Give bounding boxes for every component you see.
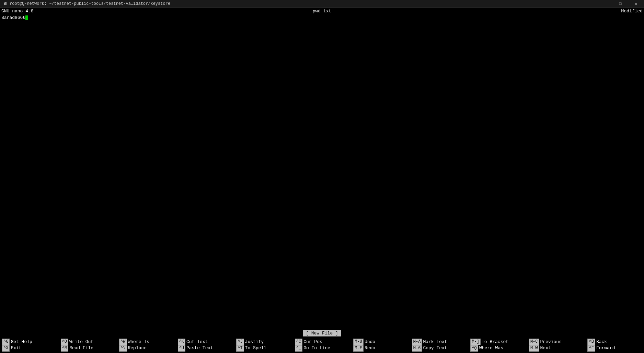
title-bar: 🖥 root@Q-network: ~/testnet-public-tools… <box>0 0 644 8</box>
shortcut-label-6-1: Undo <box>365 339 375 345</box>
shortcut-key-0-2[interactable]: ^X <box>2 345 10 352</box>
shortcut-item-3-1: ^KCut Text <box>178 339 208 345</box>
shortcut-item-10-2: ^FForward <box>587 345 615 352</box>
shortcut-label-5-2: Go To Line <box>303 345 330 351</box>
close-button[interactable]: ✕ <box>628 0 644 8</box>
nano-header: GNU nano 4.8 pwd.txt Modified <box>0 8 644 14</box>
shortcut-label-4-2: To Spell <box>245 345 266 351</box>
shortcut-group-6: M-UUndoM-ERedo <box>351 338 410 352</box>
shortcut-item-4-1: ^JJustify <box>236 339 264 345</box>
shortcuts-bar: ^GGet Help^XExit^OWrite Out^RRead File^W… <box>0 337 644 353</box>
shortcut-label-9-2: Next <box>540 345 551 351</box>
editor-area[interactable]: Barad8666 <box>0 14 644 329</box>
shortcut-group-10: ^BBack^FForward <box>585 338 644 352</box>
shortcut-label-5-1: Cur Pos <box>303 339 322 345</box>
shortcut-item-3-2: ^UPaste Text <box>178 345 213 352</box>
minimize-button[interactable]: — <box>597 0 612 8</box>
shortcut-group-5: ^CCur Pos^_Go To Line <box>293 338 352 352</box>
nano-modified-status: Modified <box>621 9 643 14</box>
shortcut-item-7-1: M-AMark Text <box>412 339 447 345</box>
shortcut-key-8-2[interactable]: ^Q <box>470 345 478 352</box>
shortcut-group-9: M-CPreviousM-WNext <box>527 338 586 352</box>
shortcut-group-0: ^GGet Help^XExit <box>0 338 59 352</box>
shortcut-item-7-2: M-6Copy Text <box>412 345 447 352</box>
shortcut-item-8-1: M-]To Bracket <box>470 339 508 345</box>
shortcut-key-2-2[interactable]: ^\ <box>119 345 127 352</box>
shortcut-item-0-2: ^XExit <box>2 345 22 352</box>
text-cursor <box>25 15 28 20</box>
shortcut-item-0-1: ^GGet Help <box>2 339 32 345</box>
shortcut-key-6-2[interactable]: M-E <box>353 345 364 352</box>
shortcut-label-4-1: Justify <box>245 339 264 345</box>
shortcut-item-6-2: M-ERedo <box>353 345 375 352</box>
shortcut-item-2-1: ^WWhere Is <box>119 339 149 345</box>
shortcut-item-9-1: M-CPrevious <box>529 339 562 345</box>
shortcut-label-8-2: Where Was <box>479 345 503 351</box>
shortcut-group-2: ^WWhere Is^\Replace <box>117 338 176 352</box>
window-title: root@Q-network: ~/testnet-public-tools/t… <box>10 1 170 6</box>
shortcut-key-4-2[interactable]: ^T <box>236 345 244 352</box>
shortcut-item-6-1: M-UUndo <box>353 339 375 345</box>
shortcut-label-7-2: Copy Text <box>423 345 447 351</box>
shortcut-label-0-1: Get Help <box>11 339 32 345</box>
shortcut-label-10-2: Forward <box>596 345 615 351</box>
window-controls: — □ ✕ <box>597 0 644 7</box>
shortcut-key-10-2[interactable]: ^F <box>587 345 595 352</box>
shortcut-key-3-2[interactable]: ^U <box>178 345 185 352</box>
shortcut-key-0-1[interactable]: ^G <box>2 339 10 345</box>
nano-filename: pwd.txt <box>313 9 332 14</box>
shortcut-key-8-1[interactable]: M-] <box>470 339 481 345</box>
shortcut-item-1-2: ^RRead File <box>61 345 94 352</box>
shortcut-item-5-2: ^_Go To Line <box>295 345 330 352</box>
maximize-button[interactable]: □ <box>612 0 628 8</box>
shortcut-item-2-2: ^\Replace <box>119 345 147 352</box>
shortcut-label-1-2: Read File <box>69 345 93 351</box>
shortcut-label-2-1: Where Is <box>128 339 149 345</box>
shortcut-label-9-1: Previous <box>540 339 562 345</box>
shortcut-key-1-1[interactable]: ^O <box>61 339 68 345</box>
shortcut-label-6-2: Redo <box>365 345 375 351</box>
shortcut-item-9-2: M-WNext <box>529 345 551 352</box>
shortcut-key-10-1[interactable]: ^B <box>587 339 595 345</box>
shortcut-group-8: M-]To Bracket^QWhere Was <box>468 338 527 352</box>
shortcut-group-1: ^OWrite Out^RRead File <box>59 338 117 352</box>
shortcut-label-2-2: Replace <box>128 345 147 351</box>
shortcut-group-7: M-AMark TextM-6Copy Text <box>410 338 469 352</box>
terminal-icon: 🖥 <box>3 1 8 6</box>
shortcut-group-3: ^KCut Text^UPaste Text <box>176 338 234 352</box>
shortcut-key-9-1[interactable]: M-C <box>529 339 539 345</box>
shortcut-label-10-1: Back <box>596 339 607 345</box>
shortcut-item-10-1: ^BBack <box>587 339 607 345</box>
shortcut-key-6-1[interactable]: M-U <box>353 339 364 345</box>
shortcut-label-8-1: To Bracket <box>482 339 508 345</box>
new-file-badge: [ New File ] <box>303 330 341 337</box>
shortcut-key-2-1[interactable]: ^W <box>119 339 127 345</box>
shortcut-group-4: ^JJustify^TTo Spell <box>234 338 293 352</box>
shortcut-label-3-2: Paste Text <box>186 345 213 351</box>
editor-content: Barad8666 <box>1 15 25 20</box>
shortcut-key-9-2[interactable]: M-W <box>529 345 539 352</box>
shortcut-label-7-1: Mark Text <box>423 339 447 345</box>
shortcut-label-0-2: Exit <box>11 345 21 351</box>
shortcut-key-3-1[interactable]: ^K <box>178 339 185 345</box>
shortcut-label-3-1: Cut Text <box>186 339 208 345</box>
shortcut-key-4-1[interactable]: ^J <box>236 339 244 345</box>
shortcut-item-5-1: ^CCur Pos <box>295 339 322 345</box>
shortcut-key-7-2[interactable]: M-6 <box>412 345 422 352</box>
shortcut-item-1-1: ^OWrite Out <box>61 339 94 345</box>
shortcut-item-8-2: ^QWhere Was <box>470 345 503 352</box>
shortcut-key-5-1[interactable]: ^C <box>295 339 302 345</box>
new-file-bar: [ New File ] <box>0 329 644 337</box>
shortcut-key-5-2[interactable]: ^_ <box>295 345 302 352</box>
shortcut-key-1-2[interactable]: ^R <box>61 345 68 352</box>
shortcut-key-7-1[interactable]: M-A <box>412 339 422 345</box>
shortcut-label-1-1: Write Out <box>69 339 93 345</box>
shortcut-item-4-2: ^TTo Spell <box>236 345 266 352</box>
nano-version: GNU nano 4.8 <box>1 9 34 14</box>
title-text: 🖥 root@Q-network: ~/testnet-public-tools… <box>3 1 170 6</box>
